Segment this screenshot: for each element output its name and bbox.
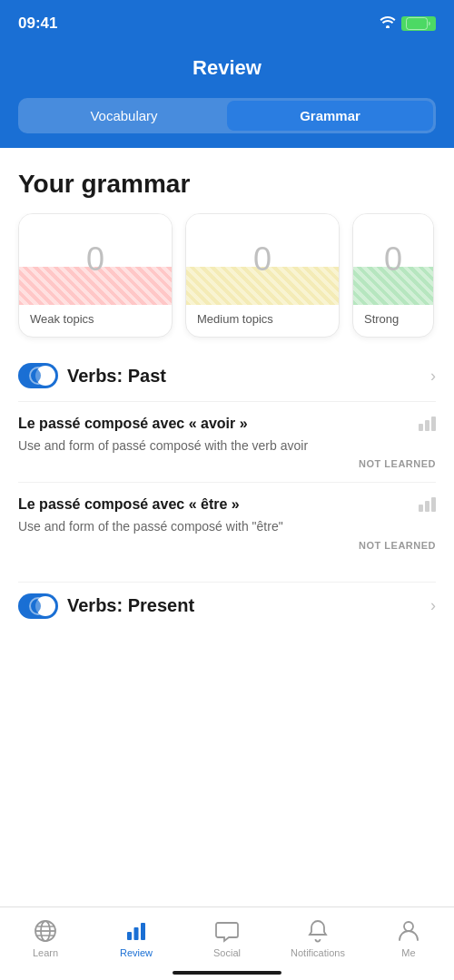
nav-social-label: Social: [213, 947, 241, 958]
bottom-nav: Learn Review Social Notification: [0, 906, 454, 980]
nav-me-label: Me: [401, 947, 415, 958]
nav-review-label: Review: [120, 947, 153, 958]
medium-card-body: 0: [186, 214, 339, 305]
status-bar: 09:41: [0, 0, 454, 45]
weak-topics-card[interactable]: 0 Weak topics: [18, 213, 173, 338]
strong-count: 0: [384, 240, 402, 279]
nav-learn[interactable]: Learn: [0, 915, 91, 962]
verbs-past-chevron: ›: [430, 367, 436, 386]
grammar-item-1[interactable]: Le passé composé avec « être » Use and f…: [18, 482, 436, 563]
verbs-past-title: Verbs: Past: [67, 366, 166, 387]
nav-review[interactable]: Review: [91, 915, 182, 962]
header: Review: [0, 45, 454, 98]
verbs-present-left: Verbs: Present: [18, 593, 194, 619]
person-icon: [396, 918, 421, 944]
weak-count: 0: [86, 240, 104, 279]
chart-icon: [123, 918, 149, 944]
nav-notifications[interactable]: Notifications: [272, 915, 363, 962]
header-title: Review: [192, 56, 262, 79]
strong-label: Strong: [353, 305, 433, 337]
tab-vocabulary[interactable]: Vocabulary: [21, 101, 227, 131]
bars-icon-0: [419, 416, 436, 431]
bars-icon-1: [419, 497, 436, 512]
globe-icon: [33, 918, 58, 944]
svg-rect-17: [134, 927, 139, 940]
grammar-item-0-title: Le passé composé avec « avoir »: [18, 415, 419, 434]
verbs-present-title: Verbs: Present: [67, 595, 194, 616]
verbs-past-toggle-icon: [18, 363, 58, 388]
verbs-present-toggle-icon: [18, 593, 58, 619]
nav-social[interactable]: Social: [182, 915, 272, 962]
section-title: Your grammar: [18, 170, 436, 199]
grammar-item-1-status: NOT LEARNED: [18, 540, 436, 551]
grammar-item-1-desc: Use and form of the passé composé with "…: [18, 518, 436, 536]
verbs-past-left: Verbs: Past: [18, 363, 166, 388]
nav-me[interactable]: Me: [363, 915, 454, 962]
medium-topics-card[interactable]: 0 Medium topics: [185, 213, 340, 338]
medium-count: 0: [253, 240, 271, 279]
grammar-item-0-status: NOT LEARNED: [18, 458, 436, 469]
weak-card-body: 0: [19, 214, 172, 305]
strong-card-body: 0: [353, 214, 433, 305]
svg-rect-2: [408, 19, 425, 28]
status-time: 09:41: [18, 15, 57, 33]
chat-icon: [214, 918, 240, 944]
tab-grammar[interactable]: Grammar: [227, 101, 433, 131]
grammar-item-0-desc: Use and form of passé composé with the v…: [18, 437, 436, 456]
strong-topics-card[interactable]: 0 Strong: [352, 213, 434, 338]
main-content: Your grammar 0 Weak topics 0 Medium topi…: [0, 148, 454, 965]
svg-rect-18: [141, 923, 145, 940]
nav-learn-label: Learn: [33, 947, 58, 958]
verbs-past-group: Verbs: Past › Le passé composé avec « av…: [18, 352, 436, 564]
svg-rect-16: [127, 932, 132, 940]
grammar-past-section: Verbs: Past › Le passé composé avec « av…: [0, 352, 454, 564]
verbs-present-chevron: ›: [430, 596, 436, 615]
grammar-present-section: Verbs: Present ›: [0, 573, 454, 632]
section-header: Your grammar: [0, 148, 454, 213]
verbs-past-header[interactable]: Verbs: Past ›: [18, 352, 436, 401]
svg-point-19: [404, 922, 413, 931]
tab-switcher: Vocabulary Grammar: [0, 98, 454, 148]
wifi-icon: [380, 15, 396, 32]
cards-row: 0 Weak topics 0 Medium topics 0 Strong: [0, 213, 454, 352]
status-icons: [380, 15, 436, 32]
weak-label: Weak topics: [19, 305, 172, 337]
nav-notifications-label: Notifications: [291, 947, 345, 958]
verbs-present-header[interactable]: Verbs: Present ›: [18, 582, 436, 632]
home-indicator: [173, 971, 281, 975]
grammar-item-0[interactable]: Le passé composé avec « avoir » Use and …: [18, 401, 436, 482]
medium-label: Medium topics: [186, 305, 339, 337]
battery-icon: [401, 16, 436, 31]
grammar-item-1-title: Le passé composé avec « être »: [18, 495, 419, 514]
svg-point-0: [386, 25, 390, 28]
bell-icon: [305, 918, 331, 944]
